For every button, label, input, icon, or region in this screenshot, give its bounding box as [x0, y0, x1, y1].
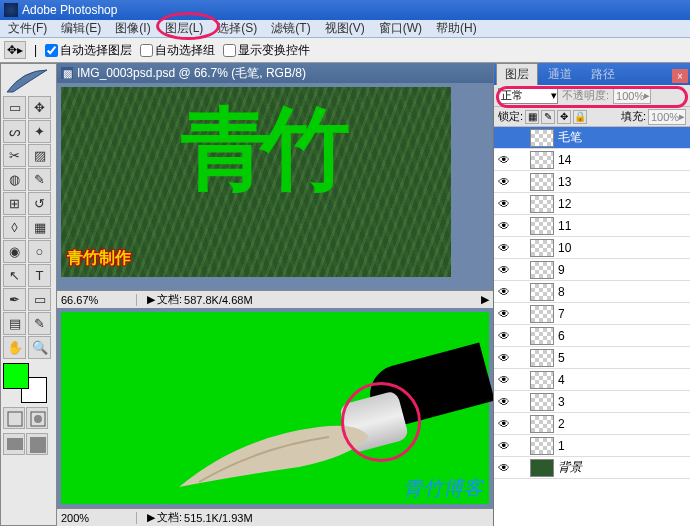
- move-tool-icon[interactable]: ✥▸: [4, 41, 26, 59]
- arrow-icon[interactable]: ▶: [147, 293, 155, 306]
- arrow-icon[interactable]: ▶: [147, 511, 155, 524]
- visibility-icon[interactable]: 👁: [494, 153, 514, 167]
- heal-tool[interactable]: ◍: [3, 168, 26, 191]
- stamp-tool[interactable]: ⊞: [3, 192, 26, 215]
- layer-row[interactable]: 👁8: [494, 281, 690, 303]
- visibility-icon[interactable]: 👁: [494, 263, 514, 277]
- layer-thumbnail[interactable]: [530, 415, 554, 433]
- tab-channels[interactable]: 通道: [539, 63, 581, 85]
- shape-tool[interactable]: ▭: [28, 288, 51, 311]
- layer-row[interactable]: 👁4: [494, 369, 690, 391]
- layer-thumbnail[interactable]: [530, 283, 554, 301]
- layer-row[interactable]: 👁9: [494, 259, 690, 281]
- visibility-icon[interactable]: 👁: [494, 175, 514, 189]
- auto-select-layer-checkbox[interactable]: 自动选择图层: [45, 42, 132, 59]
- layer-thumbnail[interactable]: [530, 371, 554, 389]
- zoom-tool[interactable]: 🔍: [28, 336, 51, 359]
- blur-tool[interactable]: ◉: [3, 240, 26, 263]
- menu-file[interactable]: 文件(F): [2, 19, 53, 38]
- fg-color[interactable]: [3, 363, 29, 389]
- wand-tool[interactable]: ✦: [28, 120, 51, 143]
- visibility-icon[interactable]: 👁: [494, 395, 514, 409]
- history-brush-tool[interactable]: ↺: [28, 192, 51, 215]
- layer-row[interactable]: 👁7: [494, 303, 690, 325]
- auto-select-group-checkbox[interactable]: 自动选择组: [140, 42, 215, 59]
- show-transform-checkbox[interactable]: 显示变换控件: [223, 42, 310, 59]
- layer-row[interactable]: 👁3: [494, 391, 690, 413]
- layer-thumbnail[interactable]: [530, 195, 554, 213]
- layer-thumbnail[interactable]: [530, 129, 554, 147]
- move-tool[interactable]: ✥: [28, 96, 51, 119]
- doc2-view[interactable]: 青竹博客 200% ▶文档:515.1K/1.93M: [57, 308, 493, 526]
- crop-tool[interactable]: ✂: [3, 144, 26, 167]
- layer-thumbnail[interactable]: [530, 305, 554, 323]
- gradient-tool[interactable]: ▦: [28, 216, 51, 239]
- zoom-level[interactable]: 200%: [57, 512, 137, 524]
- screen-std[interactable]: [3, 433, 25, 455]
- layer-thumbnail[interactable]: [530, 151, 554, 169]
- menu-select[interactable]: 选择(S): [211, 19, 263, 38]
- menu-edit[interactable]: 编辑(E): [55, 19, 107, 38]
- slice-tool[interactable]: ▨: [28, 144, 51, 167]
- layer-thumbnail[interactable]: [530, 239, 554, 257]
- screen-full-menu[interactable]: [26, 433, 48, 455]
- fill-input[interactable]: 100%▸: [648, 109, 686, 125]
- blend-mode-select[interactable]: 正常▾: [498, 88, 558, 104]
- quickmask-mode[interactable]: [26, 407, 48, 429]
- visibility-icon[interactable]: 👁: [494, 439, 514, 453]
- layer-row[interactable]: 👁11: [494, 215, 690, 237]
- opacity-input[interactable]: 100%▸: [613, 88, 651, 104]
- hand-tool[interactable]: ✋: [3, 336, 26, 359]
- path-tool[interactable]: ↖: [3, 264, 26, 287]
- layer-row[interactable]: 👁10: [494, 237, 690, 259]
- eyedropper-tool[interactable]: ✎: [28, 312, 51, 335]
- visibility-icon[interactable]: 👁: [494, 219, 514, 233]
- visibility-icon[interactable]: 👁: [494, 329, 514, 343]
- menu-help[interactable]: 帮助(H): [430, 19, 483, 38]
- menu-layer[interactable]: 图层(L): [159, 19, 210, 38]
- lock-position-icon[interactable]: ✥: [557, 110, 571, 124]
- menu-view[interactable]: 视图(V): [319, 19, 371, 38]
- visibility-icon[interactable]: 👁: [494, 351, 514, 365]
- visibility-icon[interactable]: 👁: [494, 285, 514, 299]
- layer-row[interactable]: 👁6: [494, 325, 690, 347]
- visibility-icon[interactable]: 👁: [494, 417, 514, 431]
- layer-thumbnail[interactable]: [530, 393, 554, 411]
- visibility-icon[interactable]: 👁: [494, 373, 514, 387]
- layer-row[interactable]: 👁背景: [494, 457, 690, 479]
- visibility-icon[interactable]: 👁: [494, 307, 514, 321]
- eraser-tool[interactable]: ◊: [3, 216, 26, 239]
- dodge-tool[interactable]: ○: [28, 240, 51, 263]
- standard-mode[interactable]: [3, 407, 25, 429]
- layer-thumbnail[interactable]: [530, 217, 554, 235]
- layer-row[interactable]: 👁14: [494, 149, 690, 171]
- doc-icon[interactable]: ▩: [61, 67, 73, 79]
- visibility-icon[interactable]: 👁: [494, 197, 514, 211]
- lasso-tool[interactable]: ᔕ: [3, 120, 26, 143]
- layer-row[interactable]: 👁5: [494, 347, 690, 369]
- pen-tool[interactable]: ✒: [3, 288, 26, 311]
- visibility-icon[interactable]: 👁: [494, 241, 514, 255]
- brush-tool[interactable]: ✎: [28, 168, 51, 191]
- arrow-icon[interactable]: ▶: [481, 293, 489, 306]
- lock-all-icon[interactable]: 🔒: [573, 110, 587, 124]
- layer-thumbnail[interactable]: [530, 327, 554, 345]
- type-tool[interactable]: T: [28, 264, 51, 287]
- visibility-icon[interactable]: 👁: [494, 461, 514, 475]
- layer-thumbnail[interactable]: [530, 349, 554, 367]
- layer-list[interactable]: 毛笔👁14👁13👁12👁11👁10👁9👁8👁7👁6👁5👁4👁3👁2👁1👁背景: [494, 127, 690, 526]
- menu-window[interactable]: 窗口(W): [373, 19, 428, 38]
- notes-tool[interactable]: ▤: [3, 312, 26, 335]
- layer-row[interactable]: 👁1: [494, 435, 690, 457]
- menu-filter[interactable]: 滤镜(T): [265, 19, 316, 38]
- zoom-level[interactable]: 66.67%: [57, 294, 137, 306]
- doc1-view[interactable]: 青竹 青竹制作 66.67% ▶文档:587.8K/4.68M ▶: [57, 83, 493, 308]
- tab-paths[interactable]: 路径: [582, 63, 624, 85]
- close-icon[interactable]: ×: [672, 69, 688, 83]
- layer-thumbnail[interactable]: [530, 173, 554, 191]
- menu-image[interactable]: 图像(I): [109, 19, 156, 38]
- layer-row[interactable]: 👁2: [494, 413, 690, 435]
- lock-transparency-icon[interactable]: ▦: [525, 110, 539, 124]
- layer-row[interactable]: 毛笔: [494, 127, 690, 149]
- marquee-tool[interactable]: ▭: [3, 96, 26, 119]
